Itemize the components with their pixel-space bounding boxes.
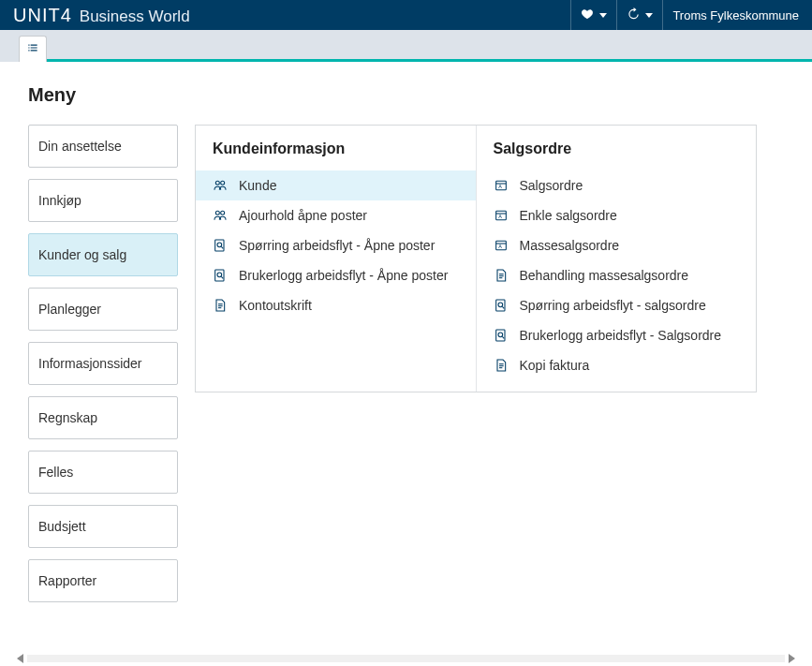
- tab-menu[interactable]: [19, 36, 47, 62]
- panel-column: SalgsordreASalgsordreAEnkle salgsordreAM…: [477, 126, 757, 392]
- panel-items: ASalgsordreAEnkle salgsordreAMassesalgso…: [477, 170, 757, 392]
- sidebar-item[interactable]: Innkjøp: [28, 179, 178, 222]
- panel-item[interactable]: Brukerlogg arbeidsflyt - Salgsordre: [477, 320, 757, 350]
- history-icon: [627, 7, 640, 23]
- sidebar-item[interactable]: Informasjonssider: [28, 342, 178, 385]
- favorites-button[interactable]: [570, 0, 616, 30]
- svg-line-27: [502, 306, 504, 308]
- brand-logo: UNIT4: [13, 5, 72, 26]
- panel-item[interactable]: Spørring arbeidsflyt - salgsordre: [477, 290, 757, 320]
- panel-item-label: Kopi faktura: [520, 358, 590, 373]
- svg-point-0: [215, 181, 219, 185]
- panel-item[interactable]: Kontoutskrift: [196, 290, 476, 320]
- sidebar-item-label: Din ansettelse: [38, 139, 122, 154]
- sidebar-item-label: Budsjett: [38, 519, 86, 534]
- panel-item[interactable]: AEnkle salgsordre: [477, 200, 757, 230]
- content-panel: KundeinformasjonKundeAjourhold åpne post…: [195, 125, 757, 392]
- horizontal-scrollbar[interactable]: [17, 653, 795, 664]
- panel-item[interactable]: Ajourhold åpne poster: [196, 200, 476, 230]
- panel-item-label: Spørring arbeidsflyt - salgsordre: [520, 298, 706, 313]
- panel-item-label: Brukerlogg arbeidsflyt - Åpne poster: [239, 268, 448, 283]
- sidebar-item[interactable]: Rapporter: [28, 559, 178, 602]
- list-icon: [26, 41, 39, 57]
- window-icon: A: [494, 178, 509, 193]
- sidebar-item-label: Innkjøp: [38, 193, 81, 208]
- sidebar-item-label: Rapporter: [38, 573, 96, 588]
- svg-line-9: [221, 276, 223, 278]
- sidebar-item-label: Informasjonssider: [38, 356, 142, 371]
- heart-icon: [581, 7, 594, 23]
- window-icon: A: [494, 208, 509, 223]
- sidebar-item-label: Planlegger: [38, 302, 101, 317]
- org-selector[interactable]: Troms Fylkeskommune: [662, 0, 808, 30]
- scroll-track[interactable]: [27, 655, 785, 662]
- page-title: Meny: [28, 84, 812, 106]
- people-icon: [213, 208, 228, 223]
- brand-product: Business World: [80, 7, 190, 26]
- svg-line-30: [502, 336, 504, 338]
- search-doc-icon: [494, 298, 509, 313]
- sidebar-item[interactable]: Kunder og salg: [28, 233, 178, 276]
- panel-item-label: Massesalgsordre: [520, 238, 620, 253]
- sidebar-item-label: Regnskap: [38, 410, 97, 425]
- menu-list: Din ansettelseInnkjøpKunder og salgPlanl…: [28, 125, 178, 602]
- panel-item[interactable]: Spørring arbeidsflyt - Åpne poster: [196, 230, 476, 260]
- panel-column-title: Salgsordre: [477, 126, 757, 170]
- panel-item-label: Salgsordre: [520, 178, 583, 193]
- panel-item-label: Spørring arbeidsflyt - Åpne poster: [239, 238, 435, 253]
- sidebar-item[interactable]: Felles: [28, 451, 178, 494]
- brand: UNIT4 Business World: [13, 5, 190, 26]
- window-icon: A: [494, 238, 509, 253]
- search-doc-icon: [494, 328, 509, 343]
- chevron-down-icon: [645, 13, 653, 18]
- panel-item[interactable]: Kopi faktura: [477, 350, 757, 380]
- chevron-down-icon: [599, 13, 607, 18]
- sidebar-item[interactable]: Regnskap: [28, 396, 178, 439]
- panel-item[interactable]: ASalgsordre: [477, 170, 757, 200]
- svg-point-8: [217, 273, 222, 277]
- svg-text:A: A: [498, 244, 502, 249]
- doc-icon: [213, 298, 228, 313]
- sidebar-item-label: Kunder og salg: [38, 247, 126, 262]
- sidebar-item-label: Felles: [38, 465, 73, 480]
- main: Meny Din ansettelseInnkjøpKunder og salg…: [0, 62, 812, 666]
- svg-rect-7: [215, 270, 224, 281]
- svg-text:A: A: [498, 184, 502, 189]
- svg-point-2: [215, 211, 219, 215]
- scroll-left-icon[interactable]: [17, 654, 23, 663]
- search-doc-icon: [213, 238, 228, 253]
- panel-column-title: Kundeinformasjon: [196, 126, 476, 170]
- org-name: Troms Fylkeskommune: [672, 8, 799, 22]
- svg-point-29: [498, 333, 503, 337]
- history-button[interactable]: [616, 0, 662, 30]
- svg-rect-25: [495, 300, 504, 311]
- layout: Din ansettelseInnkjøpKunder og salgPlanl…: [28, 125, 812, 602]
- tabstrip: [0, 30, 812, 62]
- svg-rect-28: [495, 330, 504, 341]
- panel-item-label: Behandling massesalgsordre: [520, 268, 689, 283]
- sidebar-item[interactable]: Planlegger: [28, 288, 178, 331]
- panel-item[interactable]: Brukerlogg arbeidsflyt - Åpne poster: [196, 260, 476, 290]
- panel-item-label: Kontoutskrift: [239, 298, 312, 313]
- panel-item[interactable]: Behandling massesalgsordre: [477, 260, 757, 290]
- svg-rect-4: [215, 240, 224, 251]
- sidebar-item[interactable]: Din ansettelse: [28, 125, 178, 168]
- doc-icon: [494, 268, 509, 283]
- panel-column: KundeinformasjonKundeAjourhold åpne post…: [196, 126, 477, 392]
- scroll-right-icon[interactable]: [789, 654, 795, 663]
- panel-item-label: Brukerlogg arbeidsflyt - Salgsordre: [520, 328, 722, 343]
- svg-point-3: [221, 211, 225, 215]
- panel-item[interactable]: AMassesalgsordre: [477, 230, 757, 260]
- panel-items: KundeAjourhold åpne posterSpørring arbei…: [196, 170, 476, 332]
- panel-item-label: Kunde: [239, 178, 276, 193]
- sidebar-item[interactable]: Budsjett: [28, 505, 178, 548]
- people-icon: [213, 178, 228, 193]
- search-doc-icon: [213, 268, 228, 283]
- svg-point-1: [221, 181, 225, 185]
- svg-line-6: [221, 246, 223, 248]
- svg-point-26: [498, 303, 503, 307]
- doc-icon: [494, 358, 509, 373]
- topbar: UNIT4 Business World Troms Fylkeskommune: [0, 0, 812, 30]
- panel-item[interactable]: Kunde: [196, 170, 476, 200]
- panel-item-label: Ajourhold åpne poster: [239, 208, 367, 223]
